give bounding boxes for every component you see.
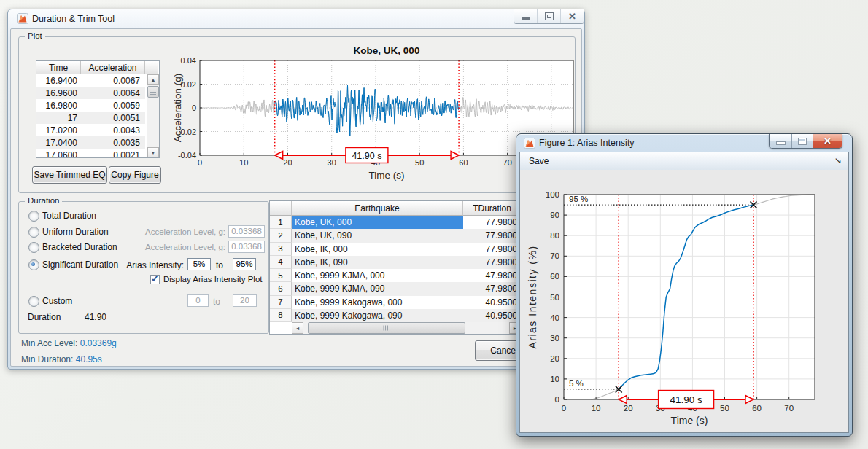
earthquake-table: Earthquake TDuration 1Kobe, UK, 00077.98… [269,200,522,335]
scroll-up-button[interactable]: ▲ [147,74,159,85]
time-table-vscrollbar[interactable]: ▲ ▼ [147,74,159,157]
eq-table-row[interactable]: 2Kobe, UK, 09077.9800 [270,229,521,242]
earthquake-column-header[interactable]: Earthquake [292,201,463,216]
window-title: Duration & Trim Tool [32,14,115,24]
radio-custom[interactable] [28,296,39,307]
eq-table-row[interactable]: 4Kobe, IK, 09077.9800 [270,256,521,269]
eq-table-row[interactable]: 3Kobe, IK, 00077.9800 [270,243,521,256]
svg-text:20: 20 [550,354,559,363]
save-trimmed-eq-button[interactable]: Save Trimmed EQ [32,166,107,184]
eq-table-row[interactable]: 6Kobe, 9999 KJMA, 09047.9800 [270,282,521,295]
time-table-row[interactable]: 16.98000.0059 [36,99,159,112]
svg-text:41.90 s: 41.90 s [670,394,702,405]
time-table-row[interactable]: 17.02000.0043 [36,124,159,136]
earthquake-cell[interactable]: Kobe, 9999 Kakogawa, 090 [292,309,463,322]
earthquake-cell[interactable]: Kobe, 9999 KJMA, 090 [292,282,463,295]
earthquake-cell[interactable]: Kobe, IK, 090 [292,256,463,269]
arias-from-field[interactable]: 5% [187,258,211,270]
time-table-row[interactable]: 16.96000.0064 [36,87,159,99]
figure-window-title: Figure 1: Arias Intensity [539,138,635,148]
time-cell: 16.9400 [36,74,81,87]
vscroll-thumb[interactable] [147,86,159,98]
radio-significant-duration[interactable] [28,259,39,270]
dock-arrow-icon[interactable]: ↘ [834,155,842,165]
thumb-grip [384,326,390,331]
minimize-button[interactable] [514,9,537,23]
svg-text:Kobe, UK, 000: Kobe, UK, 000 [354,45,420,56]
uniform-acc-level-field[interactable]: 0.03368 [228,225,265,238]
bracketed-acc-level-field[interactable]: 0.03368 [228,241,265,253]
radio-uniform-duration[interactable] [28,227,39,238]
eq-table-row[interactable]: 5Kobe, 9999 KJMA, 00047.9800 [270,269,521,282]
arias-intensity-plot: 95 %5 %010203040506070010203040506070809… [520,170,850,434]
svg-text:90: 90 [550,211,559,219]
svg-text:10: 10 [592,404,601,413]
svg-text:30: 30 [328,158,336,167]
row-number-cell: 6 [270,282,292,295]
maximize-button[interactable] [791,134,813,148]
arias-intensity-label: Arias Intensity: [91,260,184,270]
duration-result-label: Duration [28,312,61,322]
custom-to-field[interactable]: 20 [233,294,257,307]
time-table-row[interactable]: 170.0051 [36,112,159,124]
eq-table-row[interactable]: 1Kobe, UK, 00077.9800 [270,216,521,229]
scroll-left-button[interactable]: ◄ [292,322,303,334]
arias-to-field[interactable]: 95% [233,258,256,270]
earthquake-cell[interactable]: Kobe, 9999 Kakogawa, 000 [292,296,463,309]
row-number-cell: 2 [270,229,292,242]
eq-table-row[interactable]: 7Kobe, 9999 Kakogawa, 00040.9500 [270,296,521,309]
custom-to-word: to [213,297,220,307]
scroll-down-button[interactable]: ▼ [147,147,159,157]
minimize-icon [522,17,530,20]
row-number-cell: 5 [270,269,292,282]
tduration-cell: 40.9500 [463,309,521,322]
acceleration-cell: 0.0059 [81,99,145,112]
svg-text:60: 60 [752,404,762,413]
figure-canvas: 95 %5 %010203040506070010203040506070809… [520,170,848,432]
time-table-header: Time Acceleration [36,61,159,74]
earthquake-cell[interactable]: Kobe, UK, 090 [292,229,463,242]
svg-text:Acceleration (g): Acceleration (g) [172,74,183,143]
eq-table-hscrollbar[interactable]: ◄ ► [292,322,521,334]
earthquake-cell[interactable]: Kobe, 9999 KJMA, 000 [292,269,463,282]
display-arias-checkbox[interactable] [150,275,160,284]
maximize-icon [545,12,554,20]
eq-table-row[interactable]: 8Kobe, 9999 Kakogawa, 09040.9500 [270,309,521,322]
tduration-cell: 47.9800 [463,269,521,282]
acceleration-cell: 0.0051 [81,112,145,124]
menu-save[interactable]: Save [529,156,549,166]
bracketed-acc-level-label: Acceleration Level, g: [106,243,225,251]
svg-text:41.90 s: 41.90 s [352,151,381,161]
close-button[interactable]: ✕ [813,134,842,148]
svg-text:Arias Intensity (%): Arias Intensity (%) [527,245,538,348]
close-button[interactable]: ✕ [560,9,584,23]
minimize-button[interactable] [770,134,791,148]
svg-text:0: 0 [562,404,566,413]
tduration-cell: 47.9800 [463,282,521,295]
time-column-header[interactable]: Time [36,61,81,74]
close-icon: ✕ [824,136,832,146]
row-number-cell: 3 [270,243,292,256]
maximize-button[interactable] [537,9,560,23]
time-table-row[interactable]: 16.94000.0067 [36,74,159,87]
earthquake-cell[interactable]: Kobe, IK, 000 [292,243,463,256]
hscroll-thumb[interactable] [308,322,465,334]
radio-custom-label: Custom [42,296,72,306]
tduration-column-header[interactable]: TDuration [463,201,521,216]
earthquake-cell[interactable]: Kobe, UK, 000 [292,216,463,229]
svg-text:0: 0 [198,158,202,167]
time-table-row[interactable]: 17.06000.0021 [36,149,159,158]
radio-bracketed-duration[interactable] [28,242,39,253]
duration-panel-label: Duration [25,196,62,205]
radio-total-duration-label: Total Duration [42,211,96,221]
scrollbar-corner-header [145,61,158,74]
time-acceleration-table: Time Acceleration 16.94000.006716.96000.… [36,60,160,158]
min-duration-value: 40.95s [76,354,102,364]
custom-from-field[interactable]: 0 [187,294,209,307]
copy-figure-button[interactable]: Copy Figure [109,166,161,184]
time-table-row[interactable]: 17.04000.0035 [36,136,159,149]
figure-menubar: Save ↘ [520,152,848,171]
acceleration-column-header[interactable]: Acceleration [81,61,145,74]
row-number-cell: 1 [270,216,292,229]
radio-total-duration[interactable] [28,211,39,222]
